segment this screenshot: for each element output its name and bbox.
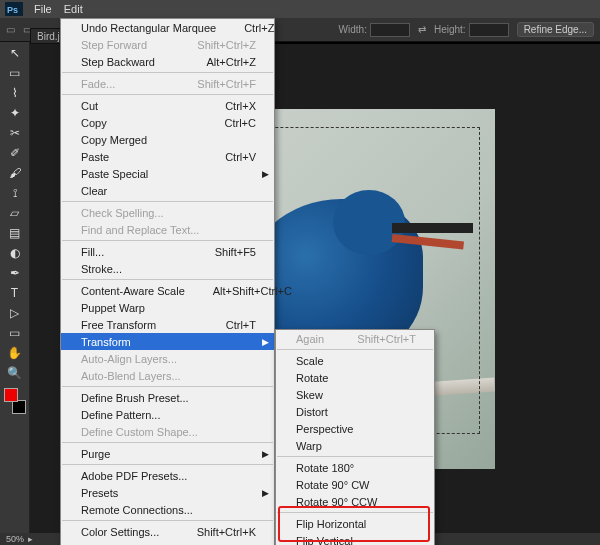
zoom-level[interactable]: 50%	[6, 534, 24, 544]
menu-transform[interactable]: Transform▶	[61, 333, 274, 350]
app-logo: Ps	[4, 1, 24, 17]
menu-paste-special[interactable]: Paste Special▶	[61, 165, 274, 182]
menu-clear[interactable]: Clear	[61, 182, 274, 199]
submenu-flip-vertical[interactable]: Flip Vertical	[276, 532, 434, 545]
tool-eraser[interactable]: ▱	[4, 204, 26, 222]
tool-zoom[interactable]: 🔍	[4, 364, 26, 382]
menu-free-transform[interactable]: Free TransformCtrl+T	[61, 316, 274, 333]
menu-edit[interactable]: Edit	[58, 1, 89, 17]
submenu-rotate-180[interactable]: Rotate 180°	[276, 459, 434, 476]
height-field[interactable]	[469, 23, 509, 37]
menu-undo[interactable]: Undo Rectangular MarqueeCtrl+Z	[61, 19, 274, 36]
ps-glyph: Ps	[7, 5, 18, 15]
menu-remote-connections[interactable]: Remote Connections...	[61, 501, 274, 518]
submenu-distort[interactable]: Distort	[276, 403, 434, 420]
tool-hand[interactable]: ✋	[4, 344, 26, 362]
menu-puppet-warp[interactable]: Puppet Warp	[61, 299, 274, 316]
tool-lasso[interactable]: ⌇	[4, 84, 26, 102]
tool-wand[interactable]: ✦	[4, 104, 26, 122]
tool-dodge[interactable]: ◐	[4, 244, 26, 262]
menu-define-pattern[interactable]: Define Pattern...	[61, 406, 274, 423]
submenu-scale[interactable]: Scale	[276, 352, 434, 369]
height-label: Height:	[434, 24, 466, 35]
tool-stamp[interactable]: ⟟	[4, 184, 26, 202]
menu-step-forward: Step ForwardShift+Ctrl+Z	[61, 36, 274, 53]
menu-adobe-pdf-presets[interactable]: Adobe PDF Presets...	[61, 467, 274, 484]
background-color-swatch[interactable]	[12, 400, 26, 414]
submenu-flip-horizontal[interactable]: Flip Horizontal	[276, 515, 434, 532]
swap-dimensions-icon[interactable]: ⇄	[418, 24, 426, 35]
submenu-rotate[interactable]: Rotate	[276, 369, 434, 386]
menu-step-backward[interactable]: Step BackwardAlt+Ctrl+Z	[61, 53, 274, 70]
marquee-tool-icon[interactable]: ▭	[6, 24, 15, 35]
submenu-skew[interactable]: Skew	[276, 386, 434, 403]
tool-move[interactable]: ↖	[4, 44, 26, 62]
menu-stroke[interactable]: Stroke...	[61, 260, 274, 277]
submenu-rotate-90-ccw[interactable]: Rotate 90° CCW	[276, 493, 434, 510]
menu-cut[interactable]: CutCtrl+X	[61, 97, 274, 114]
foreground-color-swatch[interactable]	[4, 388, 18, 402]
menu-copy-merged[interactable]: Copy Merged	[61, 131, 274, 148]
menu-file[interactable]: File	[28, 1, 58, 17]
tool-gradient[interactable]: ▤	[4, 224, 26, 242]
zoom-arrow-icon[interactable]: ▸	[28, 534, 33, 544]
menu-purge[interactable]: Purge▶	[61, 445, 274, 462]
tool-eyedropper[interactable]: ✐	[4, 144, 26, 162]
transform-submenu: AgainShift+Ctrl+T Scale Rotate Skew Dist…	[275, 329, 435, 545]
menu-fade: Fade...Shift+Ctrl+F	[61, 75, 274, 92]
tool-type[interactable]: T	[4, 284, 26, 302]
tool-path[interactable]: ▷	[4, 304, 26, 322]
menu-paste[interactable]: PasteCtrl+V	[61, 148, 274, 165]
menu-find-replace: Find and Replace Text...	[61, 221, 274, 238]
submenu-rotate-90-cw[interactable]: Rotate 90° CW	[276, 476, 434, 493]
refine-edge-button[interactable]: Refine Edge...	[517, 22, 594, 37]
menu-fill[interactable]: Fill...Shift+F5	[61, 243, 274, 260]
tool-shape[interactable]: ▭	[4, 324, 26, 342]
menu-check-spelling: Check Spelling...	[61, 204, 274, 221]
menu-auto-align: Auto-Align Layers...	[61, 350, 274, 367]
menu-auto-blend: Auto-Blend Layers...	[61, 367, 274, 384]
menu-assign-profile[interactable]: Assign Profile...	[61, 540, 274, 545]
menubar: Ps File Edit	[0, 0, 600, 18]
toolbox: ↖ ▭ ⌇ ✦ ✂ ✐ 🖌 ⟟ ▱ ▤ ◐ ✒ T ▷ ▭ ✋ 🔍	[0, 42, 30, 533]
tool-pen[interactable]: ✒	[4, 264, 26, 282]
tool-crop[interactable]: ✂	[4, 124, 26, 142]
width-field[interactable]	[370, 23, 410, 37]
color-swatches[interactable]	[4, 388, 26, 414]
menu-define-custom-shape: Define Custom Shape...	[61, 423, 274, 440]
edit-menu: Undo Rectangular MarqueeCtrl+Z Step Forw…	[60, 18, 275, 545]
menu-content-aware-scale[interactable]: Content-Aware ScaleAlt+Shift+Ctrl+C	[61, 282, 274, 299]
submenu-warp[interactable]: Warp	[276, 437, 434, 454]
menu-copy[interactable]: CopyCtrl+C	[61, 114, 274, 131]
submenu-perspective[interactable]: Perspective	[276, 420, 434, 437]
menu-presets[interactable]: Presets▶	[61, 484, 274, 501]
tool-marquee[interactable]: ▭	[4, 64, 26, 82]
width-label: Width:	[339, 24, 367, 35]
tool-brush[interactable]: 🖌	[4, 164, 26, 182]
menu-color-settings[interactable]: Color Settings...Shift+Ctrl+K	[61, 523, 274, 540]
menu-define-brush[interactable]: Define Brush Preset...	[61, 389, 274, 406]
submenu-again: AgainShift+Ctrl+T	[276, 330, 434, 347]
